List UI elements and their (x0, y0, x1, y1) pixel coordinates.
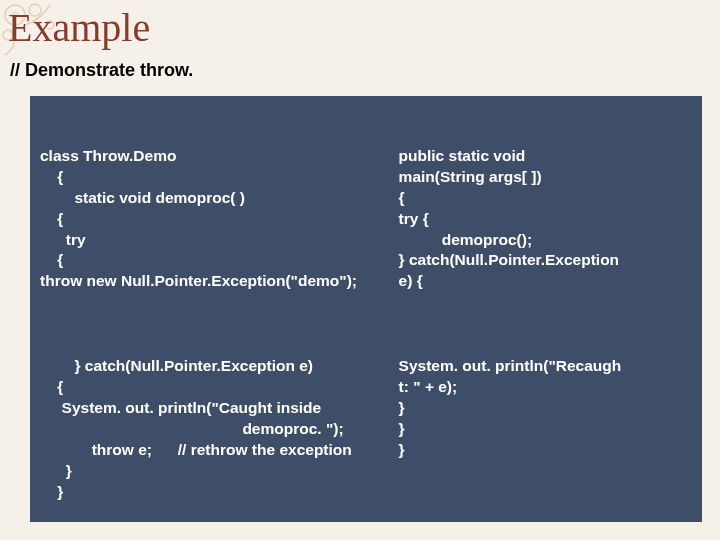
code-column-right: public static void main(String args[ ]) … (399, 104, 692, 514)
code-box: class Throw.Demo { static void demoproc(… (30, 96, 702, 522)
slide: Example // Demonstrate throw. class Thro… (0, 0, 720, 540)
code-block: public static void main(String args[ ]) … (399, 146, 692, 292)
slide-title: Example (8, 4, 150, 51)
slide-subtitle: // Demonstrate throw. (10, 60, 193, 81)
code-block: } catch(Null.Pointer.Exception e) { Syst… (40, 356, 393, 502)
code-block: System. out. println("Recaugh t: " + e);… (399, 356, 692, 461)
code-block: class Throw.Demo { static void demoproc(… (40, 146, 393, 292)
code-column-left: class Throw.Demo { static void demoproc(… (40, 104, 399, 514)
